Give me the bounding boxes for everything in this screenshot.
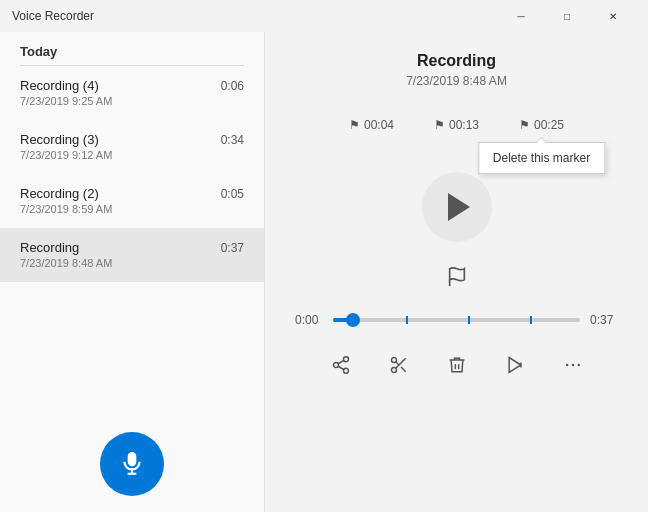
svg-line-12 bbox=[401, 367, 406, 372]
delete-button[interactable] bbox=[443, 351, 471, 384]
progress-thumb[interactable] bbox=[346, 313, 360, 327]
marker-item: ⚑ 00:13 bbox=[434, 118, 479, 132]
svg-point-17 bbox=[571, 364, 574, 367]
recording-name: Recording (4) bbox=[20, 78, 99, 93]
svg-line-8 bbox=[338, 360, 344, 363]
right-panel: Recording 7/23/2019 8:48 AM ⚑ 00:04 ⚑ 00… bbox=[265, 32, 648, 512]
microphone-icon bbox=[119, 451, 145, 477]
svg-point-18 bbox=[577, 364, 580, 367]
left-panel: Today Recording (4) 0:06 7/23/2019 9:25 … bbox=[0, 32, 265, 512]
recording-list: Recording (4) 0:06 7/23/2019 9:25 AM Rec… bbox=[0, 66, 264, 416]
list-item[interactable]: Recording (4) 0:06 7/23/2019 9:25 AM bbox=[0, 66, 264, 120]
svg-marker-14 bbox=[509, 358, 521, 373]
recording-date: 7/23/2019 8:59 AM bbox=[20, 203, 244, 215]
time-total: 0:37 bbox=[590, 313, 618, 327]
flag-icon: ⚑ bbox=[349, 118, 360, 132]
window-controls: ─ □ ✕ bbox=[498, 0, 636, 32]
time-current: 0:00 bbox=[295, 313, 323, 327]
bottom-toolbar bbox=[295, 343, 618, 384]
delete-icon bbox=[447, 355, 467, 375]
share-button[interactable] bbox=[327, 351, 355, 384]
speed-button[interactable] bbox=[501, 351, 529, 384]
recording-item-top: Recording 0:37 bbox=[20, 240, 244, 255]
recording-duration: 0:37 bbox=[221, 241, 244, 255]
recording-name: Recording (2) bbox=[20, 186, 99, 201]
flag-icon: ⚑ bbox=[519, 118, 530, 132]
speed-icon bbox=[505, 355, 525, 375]
markers-area: ⚑ 00:04 ⚑ 00:13 ⚑ 00:25 Delete this mark… bbox=[295, 118, 618, 132]
record-btn-container bbox=[0, 416, 264, 512]
svg-point-10 bbox=[391, 368, 396, 373]
more-icon bbox=[563, 355, 583, 375]
flag-icon: ⚑ bbox=[434, 118, 445, 132]
maximize-button[interactable]: □ bbox=[544, 0, 590, 32]
svg-rect-0 bbox=[129, 453, 136, 465]
marker-label: 00:04 bbox=[364, 118, 394, 132]
more-options-button[interactable] bbox=[559, 351, 587, 384]
recording-date: 7/23/2019 8:48 AM bbox=[20, 257, 244, 269]
recording-timestamp: 7/23/2019 8:48 AM bbox=[295, 74, 618, 88]
recording-title: Recording bbox=[295, 52, 618, 70]
marker-item: ⚑ 00:04 bbox=[349, 118, 394, 132]
recording-name: Recording (3) bbox=[20, 132, 99, 147]
section-today: Today bbox=[0, 32, 264, 65]
trim-button[interactable] bbox=[385, 351, 413, 384]
trim-icon bbox=[389, 355, 409, 375]
list-item[interactable]: Recording (2) 0:05 7/23/2019 8:59 AM bbox=[0, 174, 264, 228]
marker-label: 00:13 bbox=[449, 118, 479, 132]
marker-tick-2 bbox=[468, 316, 470, 324]
svg-point-5 bbox=[333, 363, 338, 368]
play-icon bbox=[448, 193, 470, 221]
recording-item-top: Recording (2) 0:05 bbox=[20, 186, 244, 201]
recording-name: Recording bbox=[20, 240, 79, 255]
list-item[interactable]: Recording 0:37 7/23/2019 8:48 AM bbox=[0, 228, 264, 282]
recording-date: 7/23/2019 9:12 AM bbox=[20, 149, 244, 161]
svg-line-7 bbox=[338, 366, 344, 369]
marker-tick-3 bbox=[530, 316, 532, 324]
marker-tick-1 bbox=[406, 316, 408, 324]
flag-area bbox=[295, 266, 618, 293]
marker-item-active: ⚑ 00:25 Delete this marker bbox=[519, 118, 564, 132]
recording-duration: 0:05 bbox=[221, 187, 244, 201]
app-title: Voice Recorder bbox=[12, 9, 498, 23]
progress-bar[interactable] bbox=[333, 318, 580, 322]
list-item[interactable]: Recording (3) 0:34 7/23/2019 9:12 AM bbox=[0, 120, 264, 174]
title-bar: Voice Recorder ─ □ ✕ bbox=[0, 0, 648, 32]
play-button[interactable] bbox=[422, 172, 492, 242]
close-button[interactable]: ✕ bbox=[590, 0, 636, 32]
recording-item-top: Recording (4) 0:06 bbox=[20, 78, 244, 93]
minimize-button[interactable]: ─ bbox=[498, 0, 544, 32]
recording-duration: 0:34 bbox=[221, 133, 244, 147]
svg-line-13 bbox=[395, 362, 398, 365]
svg-point-6 bbox=[343, 368, 348, 373]
svg-point-16 bbox=[565, 364, 568, 367]
app-window: Voice Recorder ─ □ ✕ Today Recording (4)… bbox=[0, 0, 648, 512]
recording-duration: 0:06 bbox=[221, 79, 244, 93]
recording-date: 7/23/2019 9:25 AM bbox=[20, 95, 244, 107]
progress-area: 0:00 0:37 bbox=[295, 313, 618, 327]
play-area bbox=[295, 172, 618, 242]
add-marker-button[interactable] bbox=[446, 266, 468, 293]
recording-item-top: Recording (3) 0:34 bbox=[20, 132, 244, 147]
record-button[interactable] bbox=[100, 432, 164, 496]
flag-add-icon bbox=[446, 266, 468, 288]
main-content: Today Recording (4) 0:06 7/23/2019 9:25 … bbox=[0, 32, 648, 512]
marker-label: 00:25 bbox=[534, 118, 564, 132]
svg-point-4 bbox=[343, 357, 348, 362]
share-icon bbox=[331, 355, 351, 375]
svg-point-9 bbox=[391, 358, 396, 363]
delete-marker-tooltip[interactable]: Delete this marker bbox=[478, 142, 605, 174]
